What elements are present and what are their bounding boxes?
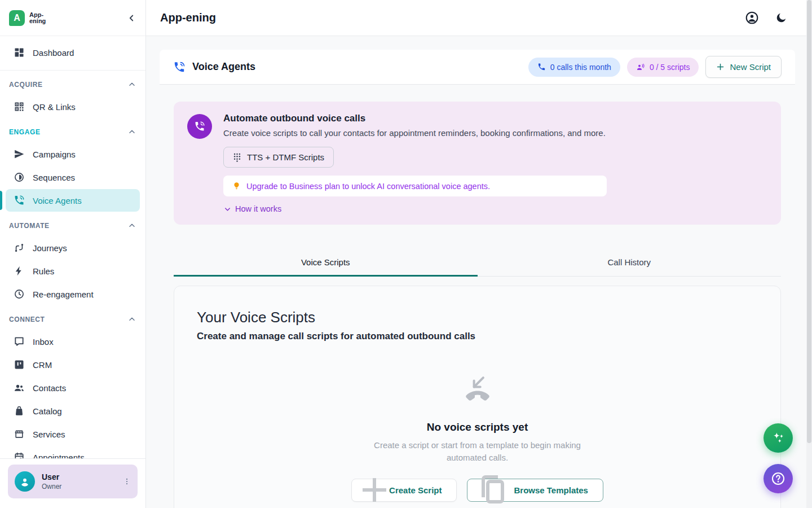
active-indicator-bar — [0, 191, 2, 210]
ai-assistant-button[interactable] — [764, 423, 793, 453]
plus-icon — [360, 475, 389, 505]
sidebar-collapse-button[interactable] — [126, 13, 136, 23]
sidebar-item-campaigns[interactable]: Campaigns — [6, 143, 140, 165]
voice-calls-banner: Automate outbound voice calls Create voi… — [174, 102, 781, 225]
new-script-button[interactable]: New Script — [705, 56, 782, 78]
user-card[interactable]: User Owner — [8, 465, 138, 498]
sidebar-item-label: Sequences — [33, 173, 75, 182]
sidebar-item-sequences[interactable]: Sequences — [6, 166, 140, 189]
chevron-up-icon — [127, 80, 136, 89]
calls-this-month-badge: 0 calls this month — [528, 58, 620, 77]
create-script-button[interactable]: Create Script — [351, 479, 457, 502]
sidebar-item-voice-agents[interactable]: Voice Agents — [6, 189, 140, 212]
dashboard-icon — [14, 47, 25, 58]
sidebar-item-label: Appointments — [33, 453, 85, 459]
voice-scripts-card: Your Voice Scripts Create and manage cal… — [174, 286, 781, 508]
dialpad-icon — [233, 152, 241, 162]
send-icon — [14, 148, 25, 160]
sidebar-item-label: QR & Links — [33, 102, 76, 112]
dark-mode-toggle[interactable] — [775, 12, 787, 24]
lightbulb-icon — [232, 181, 241, 191]
new-script-label: New Script — [730, 62, 771, 72]
browse-templates-button[interactable]: Browse Templates — [467, 479, 603, 502]
sidebar-section-automate[interactable]: AUTOMATE — [0, 216, 145, 236]
sidebar-item-services[interactable]: Services — [6, 423, 140, 445]
scrollbar-track[interactable] — [806, 0, 812, 508]
sidebar-item-label: CRM — [33, 360, 52, 370]
plus-icon — [716, 63, 725, 71]
phone-call-icon — [173, 61, 186, 73]
sidebar-item-dashboard[interactable]: Dashboard — [6, 41, 140, 64]
sidebar-item-qr-links[interactable]: QR & Links — [6, 95, 140, 118]
voice-person-icon — [636, 63, 645, 72]
copy-icon — [478, 472, 508, 507]
sidebar-item-label: Journeys — [33, 243, 67, 253]
sidebar-item-re-engagement[interactable]: Re-engagement — [6, 283, 140, 305]
scripts-quota-badge: 0 / 5 scripts — [627, 58, 699, 77]
upgrade-callout: Upgrade to Business plan to unlock AI co… — [223, 176, 607, 196]
tab-call-history[interactable]: Call History — [478, 251, 782, 277]
clock-icon — [14, 288, 25, 300]
sidebar-item-label: Voice Agents — [33, 196, 82, 205]
how-it-works-toggle[interactable]: How it works — [223, 204, 767, 213]
chevron-up-icon — [127, 315, 136, 324]
storefront-icon — [14, 428, 25, 440]
how-it-works-label: How it works — [235, 204, 281, 213]
chevron-down-icon — [223, 205, 232, 213]
sidebar-item-journeys[interactable]: Journeys — [6, 237, 140, 259]
sidebar-nav: Dashboard ACQUIRE QR & Links ENGAGE Camp… — [0, 36, 145, 458]
user-name: User — [42, 472, 61, 481]
scrollbar-thumb[interactable] — [807, 0, 811, 443]
sidebar-item-label: Rules — [33, 266, 54, 276]
browse-templates-label: Browse Templates — [514, 485, 588, 495]
kebab-menu-icon — [123, 477, 131, 486]
card-subheading: Create and manage call scripts for autom… — [197, 331, 758, 342]
sidebar-section-engage[interactable]: ENGAGE — [0, 122, 145, 142]
upgrade-text: Upgrade to Business plan to unlock AI co… — [246, 182, 490, 191]
sidebar: A App- ening Dashboard ACQUIRE QR & Link… — [0, 0, 146, 508]
sidebar-section-connect[interactable]: CONNECT — [0, 309, 145, 330]
empty-state: No voice scripts yet Create a script or … — [197, 375, 758, 502]
sidebar-item-inbox[interactable]: Inbox — [6, 330, 140, 353]
sidebar-item-catalog[interactable]: Catalog — [6, 400, 140, 422]
chat-icon — [14, 336, 25, 347]
card-heading: Your Voice Scripts — [197, 309, 758, 326]
phone-call-icon — [194, 121, 205, 132]
chevron-up-icon — [127, 128, 136, 137]
sidebar-item-label: Inbox — [33, 337, 54, 347]
main-area: App-ening Voice Agents 0 calls this mont… — [146, 0, 812, 508]
sidebar-item-label: Re-engagement — [33, 290, 94, 299]
section-label: AUTOMATE — [9, 222, 50, 230]
sidebar-item-appointments[interactable]: Appointments — [6, 446, 140, 458]
section-label: CONNECT — [9, 316, 45, 323]
sidebar-item-label: Catalog — [33, 406, 62, 416]
tts-dtmf-chip: TTS + DTMF Scripts — [223, 147, 334, 168]
account-button[interactable] — [745, 11, 759, 25]
app-logo-text: App- ening — [29, 12, 46, 24]
app-logo-line2: ening — [29, 18, 46, 24]
tab-voice-scripts[interactable]: Voice Scripts — [174, 251, 478, 277]
empty-state-description: Create a script or start from a template… — [368, 439, 588, 464]
moon-icon — [775, 12, 787, 24]
sidebar-item-rules[interactable]: Rules — [6, 260, 140, 282]
phone-call-icon — [14, 195, 25, 206]
sidebar-item-label: Contacts — [33, 383, 66, 393]
user-circle-icon — [745, 11, 759, 25]
lightning-bolt-icon — [14, 265, 25, 277]
sidebar-section-acquire[interactable]: ACQUIRE — [0, 75, 145, 95]
help-button[interactable] — [764, 464, 793, 493]
topbar: App-ening — [146, 0, 812, 36]
sidebar-item-label: Services — [33, 430, 65, 439]
app-logo-line1: App- — [29, 12, 46, 18]
section-label: ENGAGE — [9, 128, 41, 136]
qr-code-icon — [14, 101, 25, 112]
page-title: Voice Agents — [192, 61, 255, 73]
sidebar-item-crm[interactable]: CRM — [6, 353, 140, 376]
scripts-badge-label: 0 / 5 scripts — [650, 63, 690, 72]
sidebar-logo-row: A App- ening — [0, 0, 145, 36]
sidebar-item-label: Dashboard — [33, 48, 74, 58]
sidebar-item-contacts[interactable]: Contacts — [6, 376, 140, 399]
chip-label: TTS + DTMF Scripts — [247, 152, 324, 162]
app-title: App-ening — [160, 11, 216, 24]
user-menu-button[interactable] — [123, 477, 131, 486]
